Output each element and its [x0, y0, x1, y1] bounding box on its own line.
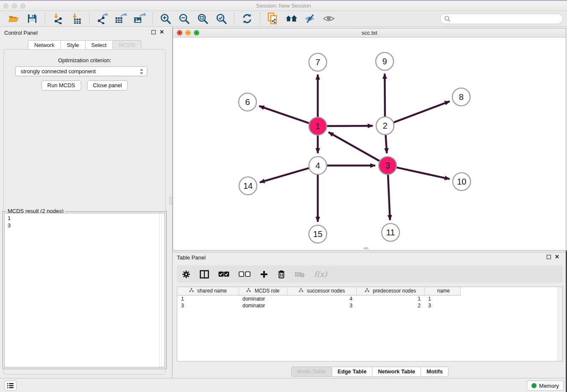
table-cell[interactable]: 4: [287, 295, 356, 302]
toolbar-separator: [152, 13, 153, 25]
import-table-icon[interactable]: [70, 12, 83, 25]
criterion-dropdown-value: strongly connected component: [21, 68, 140, 75]
toolbar-separator: [45, 13, 45, 25]
home-network-icon[interactable]: [285, 12, 298, 25]
gear-icon[interactable]: [182, 269, 190, 280]
table-panel: Table Panel ✕: [173, 252, 567, 378]
graph-edge-2-8[interactable]: [394, 101, 450, 122]
graph-node-label: 11: [386, 228, 395, 237]
control-panel-title: Control Panel: [4, 30, 38, 36]
search-icon: [444, 16, 451, 22]
table-cell[interactable]: dominator: [239, 302, 287, 309]
result-scrollbar[interactable]: [159, 213, 165, 367]
column-type-icon: [365, 288, 369, 293]
search-input[interactable]: [453, 15, 559, 22]
divider-grip[interactable]: [169, 197, 172, 204]
float-panel-icon[interactable]: [151, 30, 156, 34]
close-panel-button[interactable]: Close panel: [87, 80, 128, 91]
table-tab-node-table[interactable]: Node Table: [291, 367, 332, 377]
graph-edge-1-6[interactable]: [259, 106, 309, 123]
task-list-icon: [7, 383, 14, 389]
column-header-MCDS-role[interactable]: MCDS role: [239, 287, 287, 295]
criterion-dropdown[interactable]: strongly connected component: [15, 66, 147, 76]
graph-edge-3-1[interactable]: [328, 132, 380, 161]
memory-label: Memory: [539, 383, 559, 389]
zoom-in-icon[interactable]: [159, 12, 172, 25]
zoom-fit-icon[interactable]: [196, 12, 209, 25]
table-cell[interactable]: 2: [356, 302, 424, 309]
control-panel: Control Panel ✕ NetworkStyleSelectMCDS O…: [0, 27, 169, 375]
deselect-all-checkboxes-icon[interactable]: [239, 269, 250, 280]
network-view-window: × − + scc.txt 7968124314101511: [173, 28, 566, 251]
memory-button[interactable]: Memory: [527, 381, 564, 391]
graph-edge-3-10[interactable]: [396, 168, 449, 179]
copy-share-document-icon[interactable]: [267, 12, 279, 25]
memory-status-icon: [531, 383, 537, 388]
column-type-icon: [299, 288, 303, 293]
graph-node-label: 7: [315, 58, 320, 67]
network-graph-canvas[interactable]: 7968124314101511: [173, 38, 566, 250]
export-table-icon[interactable]: [115, 12, 127, 25]
toolbar-separator: [234, 13, 234, 25]
show-visual-properties-icon[interactable]: [322, 12, 335, 25]
float-table-panel-icon[interactable]: [547, 255, 551, 259]
table-scrollbar[interactable]: [558, 287, 562, 361]
table-row[interactable]: 1dominator411: [177, 295, 460, 302]
zoom-out-icon[interactable]: [178, 12, 190, 25]
close-panel-icon[interactable]: ✕: [160, 30, 164, 34]
export-network-icon[interactable]: [96, 12, 109, 25]
table-cell[interactable]: 1: [424, 295, 460, 302]
table-tab-network-table[interactable]: Network Table: [372, 367, 421, 377]
show-columns-icon[interactable]: [200, 269, 209, 280]
table-cell[interactable]: dominator: [239, 295, 287, 302]
graph-edge-3-11[interactable]: [388, 175, 390, 220]
close-table-panel-icon[interactable]: ✕: [555, 255, 559, 259]
table-cell[interactable]: 1: [356, 295, 424, 302]
table-panel-title: Table Panel: [177, 254, 206, 261]
column-header-successor-nodes[interactable]: successor nodes: [287, 287, 356, 295]
column-header-name[interactable]: name: [424, 287, 460, 295]
refresh-layout-icon[interactable]: [241, 12, 253, 25]
column-header-shared-name[interactable]: shared name: [177, 287, 239, 295]
export-image-icon[interactable]: [133, 12, 146, 25]
table-row[interactable]: 3dominator323: [177, 302, 460, 309]
save-session-icon[interactable]: [26, 12, 39, 25]
function-builder-icon[interactable]: f(x): [314, 269, 327, 280]
graph-edge-2-9[interactable]: [385, 74, 385, 116]
column-header-predecessor-nodes[interactable]: predecessor nodes: [356, 287, 424, 295]
zoom-selected-icon[interactable]: [215, 12, 228, 25]
table-cell[interactable]: 3: [287, 302, 356, 309]
table-cell[interactable]: 1: [177, 295, 239, 302]
main-toolbar: [0, 11, 567, 27]
task-history-button[interactable]: [4, 381, 17, 391]
graph-node-label: 9: [382, 57, 387, 66]
mcds-result-line: 1: [8, 215, 162, 222]
open-session-icon[interactable]: [7, 12, 20, 25]
graph-edge-4-14[interactable]: [260, 168, 309, 182]
select-all-checkboxes-icon[interactable]: [218, 269, 229, 280]
add-column-icon[interactable]: [260, 269, 268, 280]
network-scrollbar-handle[interactable]: [363, 247, 369, 249]
column-type-icon: [246, 288, 251, 293]
delete-column-icon[interactable]: [278, 269, 285, 280]
run-mcds-button[interactable]: Run MCDS: [41, 80, 81, 91]
network-window-titlebar[interactable]: × − + scc.txt: [173, 28, 566, 38]
graph-node-label: 8: [459, 92, 463, 102]
graph-edge-2-3[interactable]: [385, 135, 387, 153]
table-cell[interactable]: 3: [424, 302, 460, 309]
table-cell[interactable]: 3: [177, 302, 239, 309]
table-tab-motifs[interactable]: Motifs: [421, 367, 449, 377]
search-field: [440, 14, 563, 24]
graph-node-label: 1: [315, 121, 320, 131]
mcds-result-list[interactable]: 13: [4, 213, 165, 367]
import-network-icon[interactable]: [52, 12, 64, 25]
column-type-icon: [189, 288, 194, 293]
delete-table-icon[interactable]: [295, 269, 305, 280]
node-table: shared name MCDS role successor nodes pr…: [177, 287, 563, 362]
hide-visual-properties-icon[interactable]: [304, 12, 317, 25]
app-titlebar: Session: New Session: [0, 1, 567, 11]
desktop-edge: [0, 0, 567, 1]
graph-edge-1-2[interactable]: [327, 126, 373, 126]
table-tab-edge-table[interactable]: Edge Table: [332, 367, 372, 377]
panel-divider[interactable]: [169, 27, 173, 378]
